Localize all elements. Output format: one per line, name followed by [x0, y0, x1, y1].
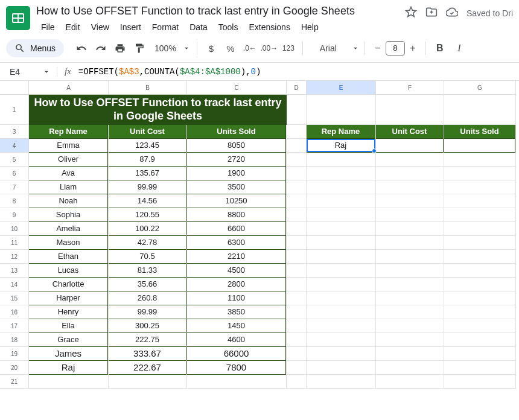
cell[interactable] [307, 375, 375, 389]
cell[interactable] [376, 305, 444, 319]
cell[interactable] [287, 95, 306, 125]
cell[interactable]: Ella [29, 319, 108, 333]
col-header[interactable]: F [376, 81, 444, 95]
row-header[interactable]: 16 [0, 305, 29, 319]
cell[interactable] [444, 278, 515, 291]
cell[interactable]: Noah [29, 194, 108, 208]
cell[interactable]: Amelia [29, 222, 108, 236]
menu-data[interactable]: Data [185, 20, 212, 34]
cell[interactable] [307, 305, 375, 319]
cell[interactable]: Lucas [29, 264, 108, 278]
cell[interactable] [444, 305, 515, 319]
cell[interactable] [444, 291, 515, 305]
cell[interactable]: 1900 [187, 167, 286, 180]
cell[interactable] [287, 153, 306, 167]
cell[interactable] [376, 361, 444, 375]
cell[interactable] [287, 250, 306, 264]
cell[interactable]: 3850 [187, 305, 286, 319]
cell[interactable] [287, 222, 306, 236]
row-header[interactable]: 6 [0, 167, 29, 180]
cell[interactable]: Units Sold [444, 125, 515, 139]
cell[interactable] [287, 208, 306, 222]
italic-button[interactable]: I [450, 39, 468, 57]
cell[interactable] [307, 250, 375, 264]
cell[interactable] [287, 167, 306, 180]
cell[interactable] [109, 375, 186, 389]
cell[interactable] [307, 361, 375, 375]
cell[interactable] [444, 208, 515, 222]
cell[interactable]: 81.33 [109, 264, 186, 278]
cell[interactable] [307, 194, 375, 208]
cell[interactable]: 14.56 [109, 194, 186, 208]
cell[interactable]: 66000 [187, 347, 286, 361]
cell[interactable] [287, 139, 306, 153]
cell[interactable]: 135.67 [109, 167, 186, 180]
cell-e4[interactable]: Raj [307, 139, 375, 153]
col-header[interactable]: E [307, 81, 376, 95]
cell[interactable]: 42.78 [109, 236, 186, 250]
cell[interactable] [376, 222, 444, 236]
title-merged-cell[interactable]: How to Use OFFSET Function to track last… [29, 95, 287, 125]
increase-decimal-button[interactable]: .00→ [260, 39, 278, 57]
cell[interactable] [307, 236, 375, 250]
cell[interactable]: 1100 [187, 291, 286, 305]
cell[interactable]: Ava [29, 167, 108, 180]
menu-extensions[interactable]: Extensions [244, 20, 295, 34]
row-header[interactable]: 14 [0, 278, 29, 291]
cell[interactable]: Emma [29, 139, 108, 153]
row-header[interactable]: 12 [0, 250, 29, 264]
cell[interactable]: 6600 [187, 222, 286, 236]
row-header[interactable]: 21 [0, 375, 29, 389]
cell[interactable]: 6300 [187, 236, 286, 250]
spreadsheet-grid[interactable]: 1 3 4 5 6 7 8 9 10 11 12 13 14 15 16 17 … [0, 81, 519, 420]
cell[interactable]: Oliver [29, 153, 108, 167]
currency-button[interactable]: $ [202, 39, 220, 57]
font-size-input[interactable]: 8 [386, 41, 405, 56]
cell[interactable]: 8050 [187, 139, 286, 153]
cell[interactable]: 2210 [187, 250, 286, 264]
menu-insert[interactable]: Insert [115, 20, 146, 34]
col-header[interactable]: A [29, 81, 109, 95]
cell[interactable]: Henry [29, 305, 108, 319]
cell[interactable] [376, 375, 444, 389]
cell[interactable]: 100.22 [109, 222, 186, 236]
cell[interactable]: 10250 [187, 194, 286, 208]
row-header[interactable]: 18 [0, 333, 29, 347]
cloud-saved-icon[interactable] [446, 6, 458, 21]
cell[interactable] [307, 208, 375, 222]
cell[interactable]: Rep Name [307, 125, 375, 139]
menu-file[interactable]: File [36, 20, 60, 34]
cell[interactable] [287, 333, 306, 347]
cell[interactable] [444, 250, 515, 264]
row-header[interactable]: 19 [0, 347, 29, 361]
cell[interactable] [307, 222, 375, 236]
cell[interactable]: 70.5 [109, 250, 186, 264]
name-box[interactable]: E4 [0, 67, 57, 77]
row-header[interactable]: 17 [0, 319, 29, 333]
row-header[interactable]: 15 [0, 291, 29, 305]
doc-title[interactable]: How to Use OFFSET Function to track last… [36, 4, 405, 19]
cell[interactable]: Rep Name [29, 125, 108, 139]
cell[interactable]: 1450 [187, 319, 286, 333]
cell[interactable] [376, 153, 444, 167]
star-icon[interactable] [405, 6, 417, 21]
cell[interactable] [376, 319, 444, 333]
cell[interactable]: 222.67 [109, 361, 186, 375]
cell[interactable] [376, 236, 444, 250]
cell[interactable] [444, 153, 515, 167]
cell[interactable] [287, 361, 306, 375]
cell[interactable]: Liam [29, 180, 108, 194]
menu-view[interactable]: View [86, 20, 114, 34]
cell[interactable]: 87.9 [109, 153, 186, 167]
cell[interactable]: 260.8 [109, 291, 186, 305]
cell[interactable]: 99.99 [109, 305, 186, 319]
font-family-dropdown[interactable]: Arial [308, 39, 360, 57]
move-icon[interactable] [425, 6, 438, 21]
cell[interactable] [307, 167, 375, 180]
row-header[interactable]: 4 [0, 139, 29, 153]
cell[interactable]: 222.75 [109, 333, 186, 347]
menu-tools[interactable]: Tools [214, 20, 243, 34]
cell[interactable] [376, 264, 444, 278]
cell[interactable]: Unit Cost [376, 125, 444, 139]
cell[interactable]: 123.45 [109, 139, 186, 153]
